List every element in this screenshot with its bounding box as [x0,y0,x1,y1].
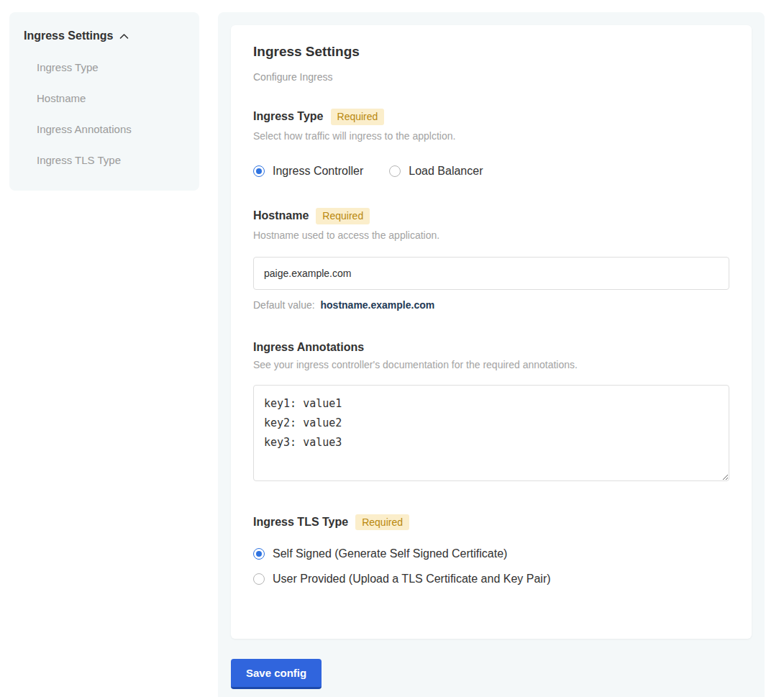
default-value-text: hostname.example.com [321,299,435,311]
ingress-tls-type-radio-group: Self Signed (Generate Self Signed Certif… [253,547,729,586]
radio-option-load-balancer[interactable]: Load Balancer [389,165,483,178]
ingress-settings-card: Ingress Settings Configure Ingress Ingre… [231,25,752,639]
default-value-label: Default value: [253,299,315,311]
config-main-panel: Ingress Settings Configure Ingress Ingre… [218,12,765,697]
radio-label: Load Balancer [409,165,483,178]
required-badge: Required [355,514,409,531]
ingress-type-radio-group: Ingress Controller Load Balancer [253,165,729,178]
sidebar-item-ingress-type[interactable]: Ingress Type [24,61,185,73]
sidebar-item-ingress-annotations[interactable]: Ingress Annotations [24,123,185,135]
sidebar-group-label: Ingress Settings [24,29,113,42]
save-config-button[interactable]: Save config [231,659,322,689]
radio-unselected-icon[interactable] [253,573,265,585]
radio-label: Ingress Controller [273,165,363,178]
sidebar-item-hostname[interactable]: Hostname [24,92,185,104]
hostname-help-text: Hostname used to access the application. [253,229,729,241]
sidebar-group-ingress-settings[interactable]: Ingress Settings [24,29,185,42]
required-badge: Required [331,109,385,125]
config-nav-sidebar: Ingress Settings Ingress Type Hostname I… [9,12,199,191]
page-layout: Ingress Settings Ingress Type Hostname I… [0,0,784,697]
section-title: Ingress TLS Type [253,516,348,529]
radio-selected-icon[interactable] [253,548,265,560]
radio-selected-icon[interactable] [253,165,265,177]
ingress-annotations-help-text: See your ingress controller's documentat… [253,359,729,370]
ingress-type-help-text: Select how traffic will ingress to the a… [253,130,729,142]
card-subtitle: Configure Ingress [253,71,729,83]
sidebar-item-ingress-tls-type[interactable]: Ingress TLS Type [24,154,185,166]
section-hostname-header: Hostname Required [253,208,729,224]
radio-label: Self Signed (Generate Self Signed Certif… [273,547,507,560]
section-ingress-type: Ingress Type Required Select how traffic… [253,109,729,178]
radio-option-user-provided[interactable]: User Provided (Upload a TLS Certificate … [253,573,729,586]
section-hostname: Hostname Required Hostname used to acces… [253,208,729,311]
section-ingress-annotations: Ingress Annotations See your ingress con… [253,341,729,484]
section-ingress-tls-type: Ingress TLS Type Required Self Signed (G… [253,514,729,586]
chevron-up-icon [119,29,129,42]
section-ingress-annotations-header: Ingress Annotations [253,341,729,354]
radio-option-self-signed[interactable]: Self Signed (Generate Self Signed Certif… [253,547,729,560]
radio-option-ingress-controller[interactable]: Ingress Controller [253,165,363,178]
radio-unselected-icon[interactable] [389,165,401,177]
required-badge: Required [316,208,370,224]
section-ingress-type-header: Ingress Type Required [253,109,729,125]
section-title: Ingress Type [253,110,324,123]
radio-label: User Provided (Upload a TLS Certificate … [273,573,551,586]
section-title: Hostname [253,209,309,222]
ingress-annotations-textarea[interactable]: key1: value1 key2: value2 key3: value3 [253,385,729,481]
hostname-input[interactable] [253,257,729,290]
hostname-default-line: Default value: hostname.example.com [253,299,729,311]
card-title: Ingress Settings [253,44,729,60]
section-title: Ingress Annotations [253,341,364,354]
section-ingress-tls-type-header: Ingress TLS Type Required [253,514,729,531]
